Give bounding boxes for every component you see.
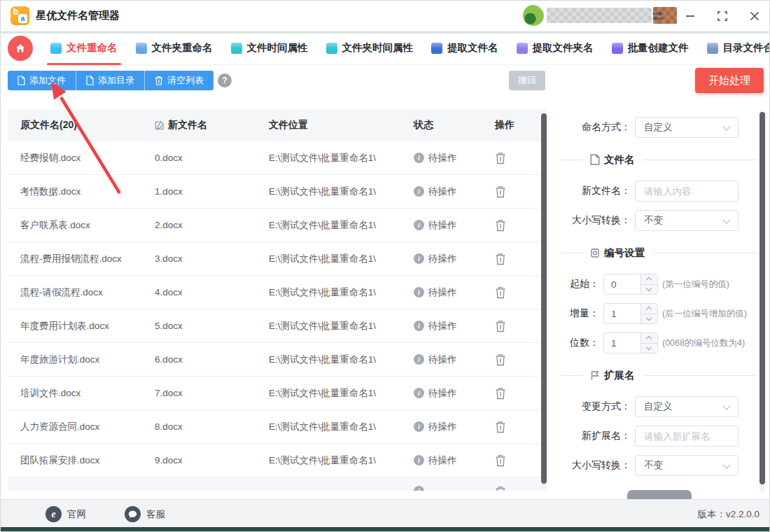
- header-original-name: 原文件名(20): [20, 119, 155, 132]
- new-name-cell: 3.docx: [155, 253, 269, 264]
- delete-icon[interactable]: [495, 286, 506, 299]
- customer-support-link[interactable]: 客服: [125, 506, 165, 522]
- case-convert-select[interactable]: 不变: [635, 210, 738, 231]
- naming-method-label: 命名方式：: [561, 121, 631, 134]
- change-method-select[interactable]: 自定义: [635, 396, 738, 417]
- ext-case-convert-select[interactable]: 不变: [635, 455, 738, 476]
- extension-icon: [590, 370, 600, 381]
- increment-hint: (后一位编号增加的值): [662, 308, 747, 320]
- tab-folder-time[interactable]: 文件夹时间属性: [317, 31, 423, 65]
- minimize-button[interactable]: [682, 8, 698, 24]
- tab-folder-rename[interactable]: 文件夹重命名: [127, 31, 222, 65]
- status-cell: 待操作: [414, 219, 495, 232]
- original-name-cell: 流程-费用报销流程.docx: [20, 253, 155, 265]
- table-scrollbar-thumb[interactable]: [541, 113, 547, 484]
- home-button[interactable]: [8, 36, 33, 61]
- new-name-cell: 9.docx: [155, 455, 269, 465]
- original-name-cell: 客户联系表.docx: [20, 219, 155, 232]
- tab-file-rename[interactable]: 文件重命名: [41, 31, 127, 65]
- tab-file-time[interactable]: 文件时间属性: [222, 31, 317, 65]
- info-icon: [414, 354, 424, 365]
- delete-icon[interactable]: [495, 219, 506, 232]
- header-location: 文件位置: [269, 119, 414, 132]
- folder-rename-icon: [136, 43, 147, 54]
- info-icon: [414, 486, 424, 491]
- increase-icon[interactable]: [641, 304, 657, 314]
- status-cell: 待操作: [414, 354, 495, 366]
- status-cell: 待操作: [414, 286, 495, 299]
- clear-list-button[interactable]: 清空列表: [145, 71, 214, 90]
- partially-visible-button[interactable]: [627, 490, 692, 499]
- start-processing-button[interactable]: 开始处理: [695, 68, 764, 93]
- chevron-down-icon: [722, 216, 730, 223]
- decrease-icon[interactable]: [641, 285, 657, 295]
- delete-icon[interactable]: [495, 186, 506, 198]
- tab-extract-filename[interactable]: 提取文件名: [422, 31, 507, 65]
- table-row: 人力资源合同.docx 8.docx E:\测试文件\批量重命名1\ 待操作: [8, 410, 547, 444]
- decrease-icon[interactable]: [641, 314, 657, 324]
- start-number-stepper[interactable]: 0: [603, 274, 658, 295]
- digits-stepper[interactable]: 1: [603, 332, 658, 354]
- numbering-icon: [590, 248, 600, 258]
- table-row: 流程-请假流程.docx 4.docx E:\测试文件\批量重命名1\ 待操作: [8, 276, 547, 309]
- action-cell: [495, 354, 537, 366]
- table-scrollbar[interactable]: [541, 111, 547, 489]
- tab-extract-foldername[interactable]: 提取文件夹名: [507, 31, 603, 65]
- close-button[interactable]: [747, 8, 762, 24]
- new-extension-input[interactable]: [635, 426, 738, 447]
- naming-method-select[interactable]: 自定义: [635, 117, 738, 138]
- delete-icon[interactable]: [495, 486, 506, 491]
- increase-icon[interactable]: [641, 333, 657, 344]
- increment-stepper[interactable]: 1: [603, 303, 658, 324]
- edit-icon: [155, 120, 164, 130]
- delete-icon[interactable]: [495, 152, 506, 164]
- new-name-cell: 5.docx: [155, 321, 269, 331]
- version-label: 版本：v2.2.0.0: [697, 508, 760, 521]
- decrease-icon[interactable]: [641, 344, 657, 354]
- status-text: 待操作: [428, 387, 457, 400]
- status-text: 待操作: [428, 320, 457, 332]
- action-cell: [495, 320, 537, 332]
- info-icon: [414, 455, 424, 465]
- tab-merge-extract[interactable]: 目录文件合并/提取: [698, 31, 770, 65]
- new-filename-input[interactable]: [635, 181, 738, 202]
- original-name-cell: 年度旅游计划.docx: [20, 354, 155, 366]
- location-cell: E:\测试文件\批量重命名1\: [269, 219, 414, 232]
- action-cell: [495, 286, 537, 299]
- action-cell: [495, 186, 537, 198]
- delete-icon[interactable]: [495, 320, 506, 332]
- location-cell: E:\测试文件\批量重命名1\: [269, 387, 414, 400]
- tab-batch-create[interactable]: 批量创建文件: [603, 31, 698, 65]
- maximize-button[interactable]: [715, 8, 730, 24]
- info-icon: [414, 253, 424, 264]
- add-directory-button[interactable]: 添加目录: [76, 71, 145, 90]
- info-icon: [414, 220, 424, 230]
- table-header: 原文件名(20) 新文件名 文件位置 状态 操作: [8, 109, 547, 141]
- add-file-button[interactable]: 添加文件: [8, 71, 76, 90]
- status-cell: 待操作: [414, 186, 495, 198]
- official-website-link[interactable]: 官网: [46, 506, 86, 522]
- delete-icon[interactable]: [495, 387, 506, 400]
- help-button[interactable]: ?: [218, 74, 232, 88]
- info-icon: [414, 287, 424, 298]
- action-cell: [495, 421, 537, 433]
- filename-section-title: 文件名: [604, 153, 635, 167]
- increase-icon[interactable]: [641, 274, 657, 285]
- app-title: 星优文件名管理器: [36, 9, 120, 22]
- delete-icon[interactable]: [495, 354, 506, 366]
- action-cell: [495, 152, 537, 164]
- settings-sliders-icon[interactable]: [650, 8, 666, 24]
- start-number-label: 起始：: [561, 278, 599, 290]
- delete-icon[interactable]: [495, 253, 506, 265]
- delete-icon[interactable]: [495, 421, 506, 433]
- panel-scrollbar-thumb[interactable]: [760, 112, 765, 484]
- avatar[interactable]: [523, 5, 544, 26]
- new-name-cell: 2.docx: [155, 220, 269, 230]
- delete-icon[interactable]: [495, 454, 506, 467]
- original-name-cell: 团队拓展安排.docx: [20, 454, 155, 467]
- table-row: 流程-费用报销流程.docx 3.docx E:\测试文件\批量重命名1\ 待操…: [8, 242, 547, 276]
- undo-button[interactable]: 撤回: [509, 71, 545, 90]
- panel-scrollbar[interactable]: [760, 109, 765, 493]
- table-row: 客户联系表.docx 2.docx E:\测试文件\批量重命名1\ 待操作: [8, 209, 547, 242]
- app-logo-icon: ba: [10, 6, 29, 25]
